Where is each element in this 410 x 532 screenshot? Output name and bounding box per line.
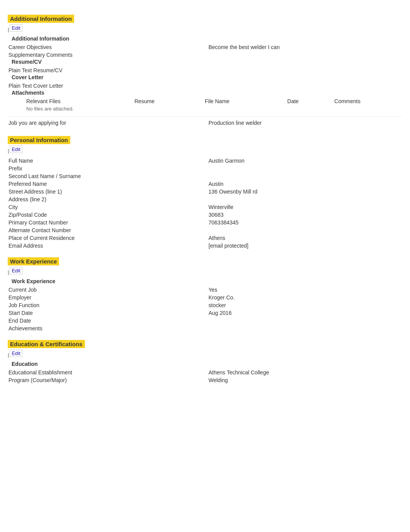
primary-contact-value: 7063384345 bbox=[208, 219, 402, 226]
job-applying-row: Job you are applying for Production line… bbox=[8, 116, 402, 129]
alternate-contact-row: Alternate Contact Number bbox=[8, 226, 402, 234]
employer-row: Employer Kroger Co. bbox=[8, 294, 402, 301]
prefix-label: Prefix bbox=[8, 165, 208, 172]
attachments-table: Relevant Files Resume File Name Date Com… bbox=[23, 97, 410, 112]
work-experience-header: Work Experience bbox=[8, 250, 402, 267]
supplementary-comments-label: Supplementary Comments bbox=[8, 52, 208, 58]
personal-info-section: Personal Information | Edit Full Name Au… bbox=[8, 129, 402, 250]
program-value: Welding bbox=[208, 377, 402, 383]
additional-info-header: Additional Information bbox=[8, 8, 402, 24]
email-row: Email Address [email protected] bbox=[8, 242, 402, 250]
no-files-text: No files are attached. bbox=[23, 105, 410, 112]
primary-contact-row: Primary Contact Number 7063384345 bbox=[8, 219, 402, 226]
achievements-label: Achievements bbox=[8, 325, 208, 331]
address-line2-row: Address (line 2) bbox=[8, 195, 402, 203]
zip-value: 30683 bbox=[208, 212, 402, 218]
preferred-name-row: Preferred Name Austin bbox=[8, 180, 402, 188]
achievements-row: Achievements bbox=[8, 325, 402, 332]
end-date-row: End Date bbox=[8, 317, 402, 325]
preferred-name-label: Preferred Name bbox=[8, 181, 208, 187]
prefix-row: Prefix bbox=[8, 165, 402, 172]
work-experience-edit-button[interactable]: Edit bbox=[10, 267, 22, 274]
attachments-no-files-row: No files are attached. bbox=[23, 105, 410, 112]
additional-info-sub-title: Additional Information bbox=[12, 36, 402, 42]
personal-info-title: Personal Information bbox=[8, 136, 70, 144]
attachments-col-resume: Resume bbox=[131, 97, 202, 105]
personal-info-edit-row: | Edit bbox=[8, 146, 402, 156]
attachments-col-comments: Comments bbox=[331, 97, 410, 105]
second-last-name-value bbox=[208, 173, 402, 179]
street-address-row: Street Address (line 1) 136 Owesnby Mill… bbox=[8, 188, 402, 195]
alternate-contact-value bbox=[208, 227, 402, 233]
start-date-row: Start Date Aug 2016 bbox=[8, 309, 402, 317]
place-of-residence-row: Place of Current Residence Athens bbox=[8, 234, 402, 242]
job-function-row: Job Function stocker bbox=[8, 301, 402, 309]
education-sub-title: Education bbox=[12, 361, 402, 367]
primary-contact-label: Primary Contact Number bbox=[8, 219, 208, 226]
personal-info-edit-button[interactable]: Edit bbox=[10, 146, 22, 153]
place-of-residence-value: Athens bbox=[208, 235, 402, 241]
zip-row: Zip/Postal Code 30683 bbox=[8, 211, 402, 219]
work-experience-edit-row: | Edit bbox=[8, 267, 402, 277]
current-job-row: Current Job Yes bbox=[8, 286, 402, 294]
education-certs-section: Education & Certifications | Edit Educat… bbox=[8, 333, 402, 384]
education-certs-edit-row: | Edit bbox=[8, 350, 402, 360]
career-objectives-label: Career Objectives bbox=[8, 44, 208, 50]
plain-text-cover-label: Plain Text Cover Letter bbox=[8, 83, 208, 89]
job-function-value: stocker bbox=[208, 302, 402, 308]
prefix-value bbox=[208, 165, 402, 172]
attachments-col-date: Date bbox=[284, 97, 331, 105]
place-of-residence-label: Place of Current Residence bbox=[8, 235, 208, 241]
educational-establishment-row: Educational Establishment Athens Technic… bbox=[8, 369, 402, 376]
employer-value: Kroger Co. bbox=[208, 294, 402, 301]
career-objectives-value: Become the best welder I can bbox=[208, 44, 402, 50]
personal-info-header: Personal Information bbox=[8, 129, 402, 146]
city-row: City Winterville bbox=[8, 203, 402, 211]
educational-establishment-label: Educational Establishment bbox=[8, 369, 208, 376]
program-row: Program (Course/Major) Welding bbox=[8, 376, 402, 384]
work-experience-section: Work Experience | Edit Work Experience C… bbox=[8, 250, 402, 332]
full-name-value: Austin Garmon bbox=[208, 158, 402, 164]
supplementary-comments-row: Supplementary Comments bbox=[8, 51, 402, 59]
street-address-value: 136 Owesnby Mill rd bbox=[208, 189, 402, 195]
career-objectives-row: Career Objectives Become the best welder… bbox=[8, 43, 402, 51]
resume-cv-title: Resume/CV bbox=[12, 59, 402, 65]
cover-letter-title: Cover Letter bbox=[12, 74, 402, 80]
end-date-label: End Date bbox=[8, 318, 208, 324]
end-date-value bbox=[208, 318, 402, 324]
attachments-title: Attachments bbox=[12, 90, 402, 96]
attachments-header-row: Relevant Files Resume File Name Date Com… bbox=[23, 97, 410, 105]
additional-info-edit-button[interactable]: Edit bbox=[10, 24, 22, 32]
address-line2-value bbox=[208, 196, 402, 202]
full-name-label: Full Name bbox=[8, 158, 208, 164]
attachments-col-filename: File Name bbox=[202, 97, 285, 105]
supplementary-comments-value bbox=[208, 52, 402, 58]
attachments-col-relevant-files: Relevant Files bbox=[23, 97, 131, 105]
job-applying-label: Job you are applying for bbox=[8, 120, 208, 126]
full-name-row: Full Name Austin Garmon bbox=[8, 157, 402, 165]
street-address-label: Street Address (line 1) bbox=[8, 189, 208, 195]
plain-text-cover-row: Plain Text Cover Letter bbox=[8, 82, 402, 90]
additional-info-section: Additional Information | Edit Additional… bbox=[8, 8, 402, 112]
additional-info-edit-row: | Edit bbox=[8, 24, 402, 35]
zip-label: Zip/Postal Code bbox=[8, 212, 208, 218]
second-last-name-label: Second Last Name / Surname bbox=[8, 173, 208, 179]
start-date-label: Start Date bbox=[8, 310, 208, 316]
second-last-name-row: Second Last Name / Surname bbox=[8, 172, 402, 180]
job-applying-value: Production line welder bbox=[208, 120, 402, 126]
program-label: Program (Course/Major) bbox=[8, 377, 208, 383]
education-certs-title: Education & Certifications bbox=[8, 340, 85, 348]
work-experience-sub-title: Work Experience bbox=[12, 278, 402, 284]
email-label: Email Address bbox=[8, 243, 208, 249]
work-experience-title: Work Experience bbox=[8, 257, 59, 265]
start-date-value: Aug 2016 bbox=[208, 310, 402, 316]
current-job-label: Current Job bbox=[8, 287, 208, 293]
job-function-label: Job Function bbox=[8, 302, 208, 308]
education-certs-edit-button[interactable]: Edit bbox=[10, 350, 22, 357]
city-label: City bbox=[8, 204, 208, 210]
address-line2-label: Address (line 2) bbox=[8, 196, 208, 202]
alternate-contact-label: Alternate Contact Number bbox=[8, 227, 208, 233]
email-value: [email protected] bbox=[208, 243, 402, 249]
achievements-value bbox=[208, 325, 402, 331]
additional-info-title: Additional Information bbox=[8, 15, 74, 23]
